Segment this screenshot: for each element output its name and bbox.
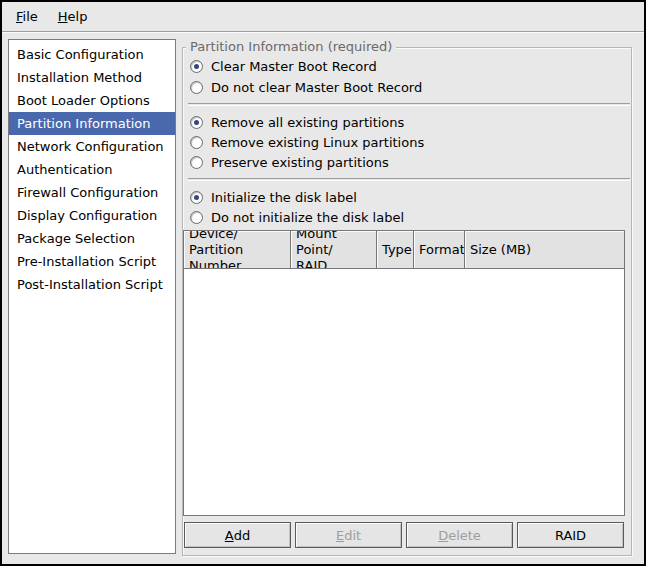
radio-do-not-clear-mbr[interactable]: Do not clear Master Boot Record <box>190 78 422 96</box>
sidebar-item-partition-information[interactable]: Partition Information <box>9 112 175 135</box>
radio-label: Do not clear Master Boot Record <box>211 80 422 95</box>
raid-button-label: RAID <box>555 528 586 543</box>
radio-clear-mbr[interactable]: Clear Master Boot Record <box>190 57 377 75</box>
edit-button: Edit <box>295 522 402 548</box>
add-button[interactable]: Add <box>184 522 291 548</box>
column-header-size-mb[interactable]: Size (MB) <box>465 231 624 269</box>
column-header-format[interactable]: Format <box>414 231 465 269</box>
partition-list-empty[interactable] <box>184 269 624 515</box>
radio-unselected-icon <box>190 81 203 94</box>
sidebar-item-firewall-configuration[interactable]: Firewall Configuration <box>9 181 175 204</box>
radio-unselected-icon <box>190 156 203 169</box>
menu-bar: File Help <box>2 2 644 32</box>
add-button-label: dd <box>234 528 251 543</box>
radio-remove-all-partitions[interactable]: Remove all existing partitions <box>190 113 404 131</box>
radio-selected-icon <box>190 116 203 129</box>
radio-label: Remove all existing partitions <box>211 115 404 130</box>
radio-label: Do not initialize the disk label <box>211 210 404 225</box>
kickstart-configurator-window: File Help Basic Configuration Installati… <box>0 0 646 566</box>
sidebar-item-authentication[interactable]: Authentication <box>9 158 175 181</box>
menu-file[interactable]: File <box>6 4 48 29</box>
radio-selected-icon <box>190 191 203 204</box>
column-header-device-partition-number[interactable]: Device/ Partition Number <box>184 231 291 269</box>
sidebar-item-package-selection[interactable]: Package Selection <box>9 227 175 250</box>
radio-do-not-initialize-disk-label[interactable]: Do not initialize the disk label <box>190 208 404 226</box>
radio-selected-icon <box>190 60 203 73</box>
radio-label: Clear Master Boot Record <box>211 59 377 74</box>
radio-unselected-icon <box>190 211 203 224</box>
category-list: Basic Configuration Installation Method … <box>8 39 176 554</box>
radio-remove-linux-partitions[interactable]: Remove existing Linux partitions <box>190 133 424 151</box>
radio-label: Remove existing Linux partitions <box>211 135 424 150</box>
delete-button-label: elete <box>448 528 481 543</box>
separator <box>188 178 630 180</box>
radio-label: Initialize the disk label <box>211 190 357 205</box>
menu-file-label: ile <box>23 9 38 24</box>
sidebar-item-post-installation-script[interactable]: Post-Installation Script <box>9 273 175 296</box>
menu-help-mnemonic: H <box>58 9 68 24</box>
delete-button-mnemonic: D <box>438 528 448 543</box>
sidebar-item-pre-installation-script[interactable]: Pre-Installation Script <box>9 250 175 273</box>
sidebar-item-network-configuration[interactable]: Network Configuration <box>9 135 175 158</box>
frame-title: Partition Information (required) <box>186 39 396 55</box>
separator <box>188 103 630 105</box>
radio-preserve-partitions[interactable]: Preserve existing partitions <box>190 153 389 171</box>
sidebar-item-basic-configuration[interactable]: Basic Configuration <box>9 43 175 66</box>
delete-button: Delete <box>406 522 513 548</box>
edit-button-mnemonic: E <box>336 528 344 543</box>
sidebar-item-boot-loader-options[interactable]: Boot Loader Options <box>9 89 175 112</box>
sidebar-item-installation-method[interactable]: Installation Method <box>9 66 175 89</box>
sidebar-item-display-configuration[interactable]: Display Configuration <box>9 204 175 227</box>
column-header-type[interactable]: Type <box>377 231 414 269</box>
radio-unselected-icon <box>190 136 203 149</box>
radio-label: Preserve existing partitions <box>211 155 389 170</box>
partition-table: Device/ Partition Number Mount Point/ RA… <box>183 230 625 516</box>
raid-button[interactable]: RAID <box>517 522 624 548</box>
menu-help[interactable]: Help <box>48 4 98 29</box>
menu-help-label: elp <box>68 9 88 24</box>
column-header-mount-point-raid[interactable]: Mount Point/ RAID <box>291 231 377 269</box>
edit-button-label: dit <box>344 528 361 543</box>
add-button-mnemonic: A <box>225 528 234 543</box>
partition-table-header: Device/ Partition Number Mount Point/ RA… <box>184 231 624 269</box>
radio-initialize-disk-label[interactable]: Initialize the disk label <box>190 188 357 206</box>
